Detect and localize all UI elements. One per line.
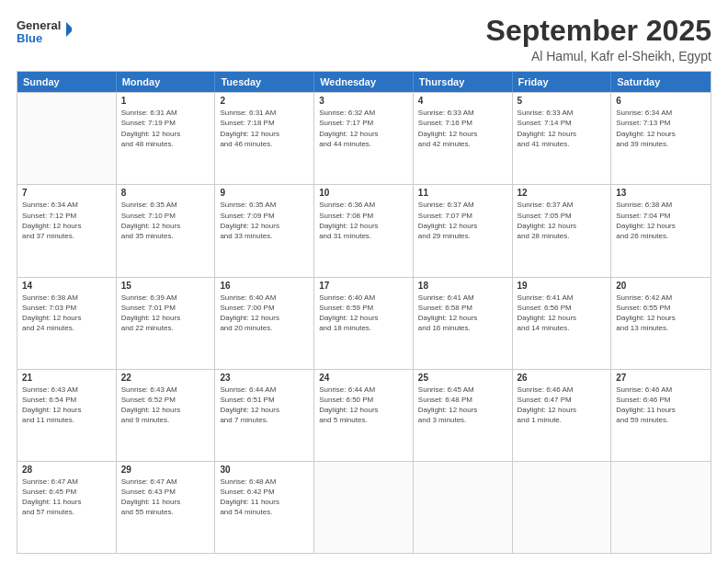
cell-info-line: Sunrise: 6:47 AM — [22, 477, 111, 487]
cell-info-line: Sunrise: 6:36 AM — [319, 200, 408, 210]
cell-info-line: Sunset: 6:59 PM — [319, 303, 408, 313]
calendar-day-17: 17Sunrise: 6:40 AMSunset: 6:59 PMDayligh… — [314, 278, 414, 369]
cell-info-line: and 13 minutes. — [616, 323, 706, 333]
cell-info-line: Sunrise: 6:47 AM — [121, 477, 210, 487]
cell-info-line: and 24 minutes. — [22, 323, 111, 333]
day-number: 18 — [418, 281, 507, 291]
cell-info-line: Sunset: 7:05 PM — [518, 211, 607, 221]
cell-info-line: Daylight: 12 hours — [319, 313, 408, 323]
page: General Blue September 2025 Al Hamul, Ka… — [0, 0, 728, 563]
cell-info-line: Daylight: 12 hours — [518, 221, 607, 231]
cell-info-line: Daylight: 11 hours — [22, 497, 111, 507]
calendar-day-29: 29Sunrise: 6:47 AMSunset: 6:43 PMDayligh… — [117, 462, 216, 553]
calendar-day-11: 11Sunrise: 6:37 AMSunset: 7:07 PMDayligh… — [414, 185, 513, 276]
cell-info-line: Sunset: 7:01 PM — [121, 303, 210, 313]
cell-info-line: Sunset: 6:54 PM — [22, 395, 111, 405]
header-day-tuesday: Tuesday — [215, 72, 314, 92]
logo-svg: General Blue — [17, 15, 72, 48]
cell-info-line: and 42 minutes. — [418, 139, 507, 149]
cell-info-line: Sunrise: 6:44 AM — [220, 385, 309, 395]
calendar-week-4: 21Sunrise: 6:43 AMSunset: 6:54 PMDayligh… — [17, 369, 711, 461]
calendar-day-3: 3Sunrise: 6:32 AMSunset: 7:17 PMDaylight… — [314, 93, 414, 184]
calendar-day-10: 10Sunrise: 6:36 AMSunset: 7:08 PMDayligh… — [314, 185, 414, 276]
cell-info-line: Sunset: 6:46 PM — [616, 395, 706, 405]
calendar-day-5: 5Sunrise: 6:33 AMSunset: 7:14 PMDaylight… — [513, 93, 612, 184]
month-title: September 2025 — [486, 15, 711, 47]
cell-info-line: Sunset: 7:07 PM — [418, 211, 507, 221]
cell-info-line: and 41 minutes. — [518, 139, 607, 149]
cell-info-line: Daylight: 12 hours — [518, 129, 607, 139]
header-day-monday: Monday — [117, 72, 216, 92]
cell-info-line: Sunset: 7:14 PM — [518, 118, 607, 128]
cell-info-line: Sunset: 6:43 PM — [121, 487, 210, 497]
header-day-wednesday: Wednesday — [314, 72, 414, 92]
calendar-body: 1Sunrise: 6:31 AMSunset: 7:19 PMDaylight… — [17, 92, 711, 553]
header-day-thursday: Thursday — [414, 72, 513, 92]
day-number: 3 — [319, 96, 408, 106]
calendar-empty-4-6 — [611, 462, 711, 553]
calendar-empty-4-5 — [513, 462, 612, 553]
cell-info-line: Sunset: 7:00 PM — [220, 303, 309, 313]
cell-info-line: and 54 minutes. — [220, 507, 309, 517]
cell-info-line: and 1 minute. — [518, 415, 607, 425]
cell-info-line: Sunset: 7:18 PM — [220, 118, 309, 128]
cell-info-line: Sunrise: 6:34 AM — [22, 200, 111, 210]
day-number: 9 — [220, 188, 309, 198]
cell-info-line: and 7 minutes. — [220, 415, 309, 425]
calendar-day-19: 19Sunrise: 6:41 AMSunset: 6:56 PMDayligh… — [513, 278, 612, 369]
calendar-day-26: 26Sunrise: 6:46 AMSunset: 6:47 PMDayligh… — [513, 370, 612, 461]
calendar-empty-4-3 — [314, 462, 414, 553]
cell-info-line: Sunset: 6:45 PM — [22, 487, 111, 497]
cell-info-line: and 5 minutes. — [319, 415, 408, 425]
day-number: 21 — [22, 373, 111, 383]
calendar-week-3: 14Sunrise: 6:38 AMSunset: 7:03 PMDayligh… — [17, 277, 711, 369]
calendar-day-8: 8Sunrise: 6:35 AMSunset: 7:10 PMDaylight… — [117, 185, 216, 276]
cell-info-line: Daylight: 12 hours — [616, 313, 706, 323]
calendar-week-5: 28Sunrise: 6:47 AMSunset: 6:45 PMDayligh… — [17, 461, 711, 553]
svg-marker-2 — [66, 22, 72, 37]
calendar-header-row: SundayMondayTuesdayWednesdayThursdayFrid… — [17, 72, 711, 92]
cell-info-line: and 39 minutes. — [616, 139, 706, 149]
day-number: 16 — [220, 281, 309, 291]
cell-info-line: Sunset: 6:50 PM — [319, 395, 408, 405]
svg-text:Blue: Blue — [17, 31, 42, 45]
cell-info-line: and 14 minutes. — [518, 323, 607, 333]
cell-info-line: Daylight: 11 hours — [220, 497, 309, 507]
calendar-day-9: 9Sunrise: 6:35 AMSunset: 7:09 PMDaylight… — [215, 185, 314, 276]
logo: General Blue — [17, 15, 72, 48]
calendar-empty-4-4 — [414, 462, 513, 553]
day-number: 13 — [616, 188, 706, 198]
day-number: 14 — [22, 281, 111, 291]
day-number: 22 — [121, 373, 210, 383]
cell-info-line: Sunrise: 6:43 AM — [22, 385, 111, 395]
cell-info-line: Sunrise: 6:38 AM — [616, 200, 706, 210]
cell-info-line: Daylight: 12 hours — [121, 313, 210, 323]
cell-info-line: Sunrise: 6:41 AM — [418, 293, 507, 303]
cell-info-line: Daylight: 12 hours — [220, 129, 309, 139]
cell-info-line: Sunrise: 6:31 AM — [121, 108, 210, 118]
calendar-week-2: 7Sunrise: 6:34 AMSunset: 7:12 PMDaylight… — [17, 184, 711, 276]
day-number: 15 — [121, 281, 210, 291]
day-number: 28 — [22, 465, 111, 475]
cell-info-line: and 11 minutes. — [22, 415, 111, 425]
day-number: 5 — [518, 96, 607, 106]
calendar-day-1: 1Sunrise: 6:31 AMSunset: 7:19 PMDaylight… — [117, 93, 216, 184]
calendar-day-30: 30Sunrise: 6:48 AMSunset: 6:42 PMDayligh… — [215, 462, 314, 553]
cell-info-line: Sunrise: 6:37 AM — [518, 200, 607, 210]
cell-info-line: and 44 minutes. — [319, 139, 408, 149]
cell-info-line: and 28 minutes. — [518, 231, 607, 241]
cell-info-line: and 46 minutes. — [220, 139, 309, 149]
cell-info-line: and 9 minutes. — [121, 415, 210, 425]
cell-info-line: Sunrise: 6:31 AM — [220, 108, 309, 118]
header: General Blue September 2025 Al Hamul, Ka… — [17, 15, 711, 63]
cell-info-line: Sunrise: 6:46 AM — [616, 385, 706, 395]
cell-info-line: Daylight: 12 hours — [319, 221, 408, 231]
cell-info-line: Sunrise: 6:34 AM — [616, 108, 706, 118]
cell-info-line: Sunrise: 6:35 AM — [220, 200, 309, 210]
cell-info-line: Sunset: 7:03 PM — [22, 303, 111, 313]
day-number: 17 — [319, 281, 408, 291]
calendar-day-27: 27Sunrise: 6:46 AMSunset: 6:46 PMDayligh… — [611, 370, 711, 461]
cell-info-line: Sunset: 7:13 PM — [616, 118, 706, 128]
cell-info-line: and 48 minutes. — [121, 139, 210, 149]
cell-info-line: Sunset: 7:17 PM — [319, 118, 408, 128]
